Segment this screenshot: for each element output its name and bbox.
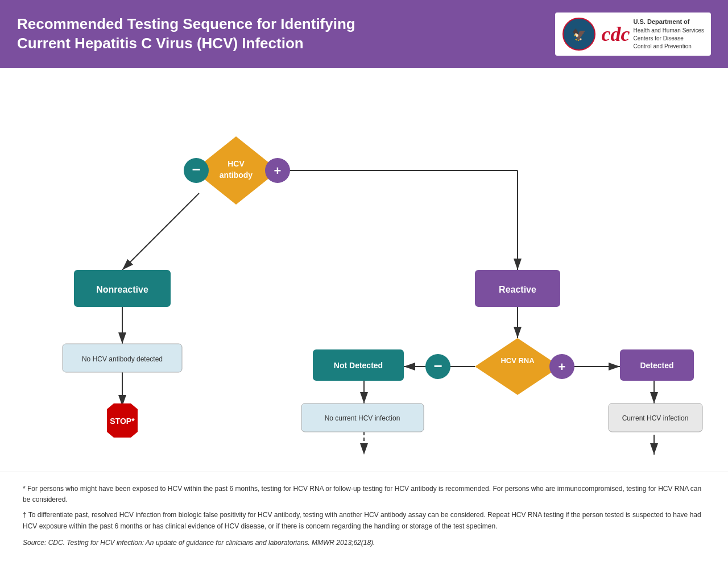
- flowchart: HCV antibody − + Nonreactive Reactive No…: [23, 85, 705, 455]
- footer-notes: * For persons who might have been expose…: [0, 472, 728, 562]
- footnote-star: * For persons who might have been expose…: [23, 484, 705, 505]
- not-detected-label: Not Detected: [334, 361, 383, 370]
- no-hcv-antibody-label: No HCV antibody detected: [82, 355, 163, 363]
- minus-icon-rna: −: [433, 357, 442, 374]
- source-citation: Source: CDC. Testing for HCV infection: …: [23, 538, 705, 548]
- nonreactive-label: Nonreactive: [96, 285, 148, 294]
- cdc-logo: 🦅 cdc U.S. Department of Health and Huma…: [555, 13, 711, 56]
- minus-icon-left: −: [192, 161, 200, 178]
- page: Recommended Testing Sequence for Identif…: [0, 0, 728, 562]
- eagle-icon: 🦅: [562, 17, 596, 51]
- svg-text:🦅: 🦅: [572, 28, 586, 41]
- page-title: Recommended Testing Sequence for Identif…: [17, 15, 355, 53]
- cdc-text: cdc: [602, 22, 630, 46]
- hcv-rna-diamond: [475, 338, 560, 395]
- detected-label: Detected: [640, 361, 673, 370]
- svg-line-2: [122, 193, 199, 270]
- stop-label: STOP*: [110, 417, 135, 426]
- hcv-antibody-label2: antibody: [220, 170, 253, 180]
- plus-icon-rna: +: [559, 360, 566, 374]
- hcv-antibody-label: HCV: [228, 159, 245, 168]
- reactive-label: Reactive: [499, 285, 536, 294]
- diagram-area: HCV antibody − + Nonreactive Reactive No…: [0, 68, 728, 472]
- dept-text: U.S. Department of Health and Human Serv…: [633, 18, 704, 50]
- hcv-rna-label: HCV RNA: [500, 356, 535, 365]
- current-hcv-label: Current HCV infection: [622, 414, 689, 422]
- footnote-dagger: † To differentiate past, resolved HCV in…: [23, 510, 705, 531]
- header: Recommended Testing Sequence for Identif…: [0, 0, 728, 68]
- plus-icon-top: +: [274, 164, 282, 178]
- no-current-hcv-label: No current HCV infection: [325, 414, 400, 422]
